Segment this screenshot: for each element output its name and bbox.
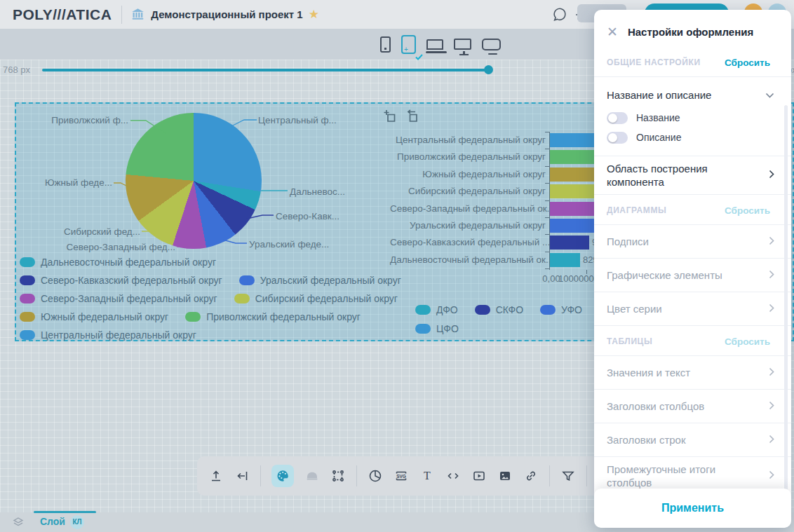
pie-slice-label: Сибирский фед... — [64, 226, 140, 237]
reset-button[interactable]: Сбросить — [725, 57, 770, 68]
reset-button[interactable]: Сбросить — [725, 336, 770, 347]
panel-section-header: ТАБЛИЦЫСбросить — [594, 326, 791, 355]
toggle-label: Название — [636, 112, 680, 123]
legend-swatch-icon — [540, 305, 556, 315]
toolbar-divider — [260, 465, 261, 486]
device-laptop-icon[interactable] — [426, 39, 443, 50]
pie-slice-label: Центральный ф... — [258, 115, 337, 125]
toggle-row[interactable]: Название — [607, 108, 774, 128]
rotate-icon[interactable] — [405, 109, 421, 125]
pie-slice-label: Дальневос... — [290, 186, 345, 197]
palette-icon[interactable] — [271, 465, 294, 487]
svg-icon[interactable]: SVG — [393, 468, 409, 484]
bar-axis-tick — [545, 183, 550, 184]
bar-category-label: Сибирский федеральный округ — [390, 184, 546, 198]
legend-item[interactable]: Северо-Западный федеральный округ — [20, 293, 217, 304]
legend-item[interactable]: Уральский федеральный округ — [239, 275, 401, 286]
chevron-right-icon — [769, 236, 774, 248]
device-tablet-icon[interactable] — [401, 35, 416, 54]
toolbar-divider — [586, 465, 587, 486]
svg-text:SVG: SVG — [396, 474, 406, 479]
app-logo: POLY///ATICA — [13, 6, 112, 23]
favorite-star-icon[interactable]: ★ — [309, 7, 319, 22]
collapse-left-icon[interactable] — [234, 468, 250, 484]
width-slider-handle[interactable] — [484, 65, 493, 74]
pie-chart[interactable] — [126, 113, 262, 249]
panel-nav-item[interactable]: Подписи — [594, 225, 791, 258]
bar[interactable] — [549, 253, 580, 267]
device-phone-icon[interactable] — [380, 36, 391, 53]
panel-nav-item[interactable]: Графические элементы — [594, 259, 791, 292]
panel-nav-label: Значения и текст — [607, 366, 690, 379]
upload-icon[interactable] — [208, 468, 224, 484]
link-icon[interactable] — [523, 468, 539, 484]
legend-row: Южный федеральный округПриволжский федер… — [20, 308, 401, 326]
duplicate-icon[interactable] — [383, 109, 398, 125]
check-icon — [415, 50, 423, 63]
legend-swatch-icon — [20, 257, 35, 267]
legend-label: Приволжский федеральный округ — [206, 311, 361, 322]
device-tv-icon[interactable] — [482, 39, 501, 50]
legend-label: Северо-Западный федеральный округ — [41, 293, 217, 304]
legend-item[interactable]: Дальневосточный федеральный округ — [20, 257, 216, 268]
text-icon[interactable]: T — [419, 468, 435, 484]
bank-icon — [130, 7, 145, 22]
bar-category-label: Уральский федеральный округ — [390, 219, 546, 233]
legend-item[interactable]: ДФО — [415, 304, 458, 315]
appearance-settings-panel: ✕ Настройки оформления ОБЩИЕ НАСТРОЙКИСб… — [594, 10, 791, 528]
legend-item[interactable]: Южный федеральный округ — [20, 311, 168, 322]
filter-icon[interactable] — [560, 468, 576, 484]
panel-nav-label: Цвет серии — [607, 302, 662, 315]
panel-body: ОБЩИЕ НАСТРОЙКИСброситьНазвание и описан… — [594, 47, 791, 496]
legend-item[interactable]: Центральный федеральный округ — [20, 329, 196, 341]
panel-nav-label: Заголовки столбцов — [607, 400, 704, 413]
panel-nav-item[interactable]: Цвет серии — [594, 292, 791, 325]
legend-item[interactable]: СКФО — [475, 304, 523, 315]
chevron-right-icon — [769, 470, 774, 482]
toggle-switch[interactable] — [607, 132, 628, 144]
toggle-switch[interactable] — [607, 112, 628, 124]
legend-item[interactable]: УФО — [540, 304, 582, 315]
bar-category-label: Центральный федеральный округ — [390, 133, 546, 147]
panel-nav-item[interactable]: Значения и текст — [594, 356, 791, 389]
video-icon[interactable] — [471, 468, 487, 484]
bar-chart[interactable]: Центральный федеральный округПриволжский… — [390, 132, 607, 293]
legend-label: ЦФО — [436, 323, 459, 334]
legend-label: ДФО — [436, 304, 458, 315]
chat-icon[interactable] — [551, 6, 568, 23]
svg-text:T: T — [424, 470, 431, 482]
legend-item[interactable]: Северо-Кавказский федеральный округ — [20, 275, 222, 286]
project-title[interactable]: Демонстрационный проект 1 — [151, 8, 302, 20]
device-monitor-icon[interactable] — [454, 39, 471, 50]
panel-nav-item[interactable]: Заголовки столбцов — [594, 390, 791, 423]
image-icon[interactable] — [497, 468, 513, 484]
legend-item[interactable]: Сибирский федеральный округ — [234, 293, 398, 304]
bar[interactable] — [549, 236, 589, 250]
close-icon[interactable]: ✕ — [607, 25, 618, 39]
layers-icon[interactable] — [12, 516, 25, 528]
apply-button[interactable]: Применить — [661, 502, 724, 514]
panel-nav-item[interactable]: Область построения компонента — [594, 156, 791, 194]
app-window: POLY///ATICA Демонстрационный проект 1 ★ — [0, 0, 794, 532]
legend-label: СКФО — [496, 304, 523, 315]
collapse-header[interactable]: Название и описание — [607, 81, 774, 108]
legend-swatch-icon — [20, 312, 35, 322]
bar-category-label: Северо-Кавказский федеральный ... — [390, 236, 546, 250]
toggle-row[interactable]: Описание — [607, 128, 774, 147]
panel-nav-item[interactable]: Заголовки строк — [594, 423, 791, 456]
legend-item[interactable]: Приволжский федеральный округ — [185, 311, 361, 322]
bar-axis-tick — [545, 149, 550, 149]
tray-icon[interactable] — [304, 468, 320, 484]
pie-chart-icon[interactable] — [368, 468, 383, 484]
legend-swatch-icon — [185, 312, 201, 322]
code-icon[interactable] — [445, 468, 461, 484]
legend-item[interactable]: ЦФО — [415, 323, 459, 334]
chevron-right-icon — [769, 400, 774, 413]
panel-scrollbar[interactable] — [784, 105, 788, 498]
panel-section-header: ОБЩИЕ НАСТРОЙКИСбросить — [594, 47, 791, 76]
pie-slice-label: Южный феде... — [45, 177, 112, 188]
tab-layer[interactable]: Слой — [40, 512, 65, 532]
reset-button[interactable]: Сбросить — [725, 205, 770, 216]
transform-icon[interactable] — [330, 468, 346, 484]
width-slider-track[interactable] — [42, 69, 485, 71]
